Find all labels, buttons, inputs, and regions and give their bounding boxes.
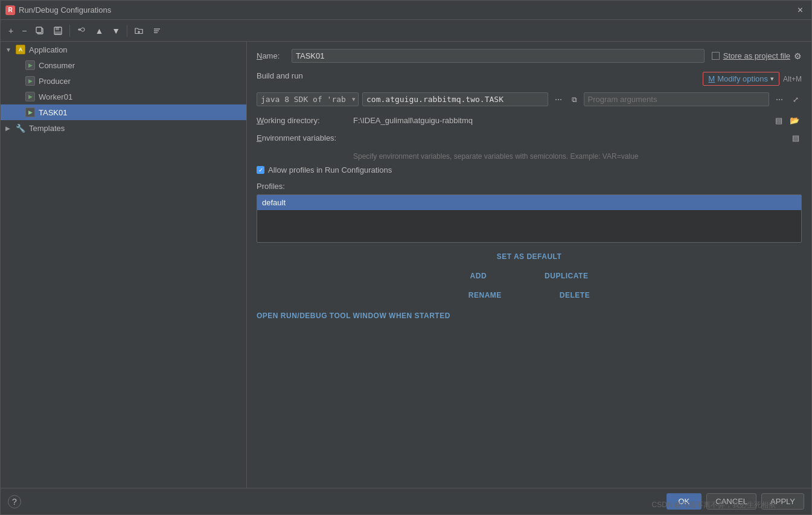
allow-profiles-checkbox[interactable]: ✓ <box>257 166 264 174</box>
folder-button[interactable] <box>131 24 147 37</box>
duplicate-profile-button[interactable]: DUPLICATE <box>540 269 593 283</box>
save-icon <box>53 26 63 36</box>
sort-icon <box>152 26 162 36</box>
working-dir-row: Working directory: F:\IDEA_gulimall\atgu… <box>257 115 802 126</box>
build-run-header: Build and run MModify options ▾ Alt+M <box>257 71 802 86</box>
main-content: ▼ A Application ▶ Consumer ▶ Pro <box>1 42 811 488</box>
app-icon: R <box>5 5 15 15</box>
env-vars-browse-button[interactable]: ▤ <box>790 132 802 144</box>
sidebar-item-templates[interactable]: ▶ 🔧 Templates <box>1 120 246 136</box>
up-button[interactable]: ▲ <box>92 24 106 37</box>
svg-rect-3 <box>56 27 59 30</box>
save-config-button[interactable] <box>50 24 66 37</box>
store-gear-icon[interactable]: ⚙ <box>794 51 802 61</box>
add-config-button[interactable]: + <box>5 24 16 37</box>
modify-options-area: MModify options ▾ Alt+M <box>703 72 802 86</box>
open-file-button[interactable]: ⧉ <box>569 94 580 106</box>
left-panel: ▼ A Application ▶ Consumer ▶ Pro <box>1 42 247 488</box>
working-dir-value: F:\IDEA_gulimall\atguigu-rabbitmq <box>353 116 773 125</box>
store-project-row: Store as project file ⚙ <box>712 51 802 61</box>
expand-arrow: ▼ <box>5 46 15 53</box>
main-class-input[interactable] <box>362 92 548 106</box>
toolbar-divider2 <box>127 25 127 37</box>
sort-button[interactable] <box>149 24 165 37</box>
buttons-area: SET AS DEFAULT ADD DUPLICATE RENAME DELE… <box>257 250 802 302</box>
name-input[interactable] <box>292 49 705 63</box>
toolbar-divider <box>69 25 70 37</box>
window-title: Run/Debug Configurations <box>19 5 794 14</box>
set-default-row: SET AS DEFAULT <box>257 250 802 263</box>
name-row: Name: Store as project file ⚙ <box>257 49 802 63</box>
profile-default[interactable]: default <box>257 195 801 210</box>
sdk-select-wrapper: java 8 SDK of 'rab <box>257 92 359 106</box>
copy-icon <box>35 26 45 36</box>
env-vars-row: Environment variables: ▤ <box>257 132 802 144</box>
program-args-input[interactable] <box>584 92 770 106</box>
remove-config-button[interactable]: − <box>19 24 30 37</box>
modify-shortcut-label: Alt+M <box>783 75 802 83</box>
folder-icon <box>134 26 144 36</box>
store-as-project-label[interactable]: Store as project file <box>723 51 790 60</box>
templates-arrow: ▶ <box>5 125 15 132</box>
ok-button[interactable]: OK <box>667 493 702 510</box>
profiles-list: default <box>257 194 802 243</box>
profile-empty <box>257 210 801 216</box>
cancel-button[interactable]: CANCEL <box>706 493 756 510</box>
sidebar-item-task01[interactable]: ▶ TASK01 <box>1 104 246 120</box>
bottom-left: ? <box>8 495 21 508</box>
wrench-icon <box>77 26 86 36</box>
sidebar-item-application[interactable]: ▼ A Application <box>1 42 246 57</box>
env-vars-hint: Specify environment variables, separate … <box>257 150 802 165</box>
delete-profile-button[interactable]: DELETE <box>555 289 595 302</box>
consumer-run-icon: ▶ <box>25 60 36 71</box>
allow-profiles-row: ✓ Allow profiles in Run Configurations <box>257 165 802 174</box>
expand-args-button[interactable]: ⤢ <box>790 94 802 106</box>
sdk-select[interactable]: java 8 SDK of 'rab <box>257 92 359 106</box>
worker01-label: Worker01 <box>39 92 241 101</box>
browse-args-button[interactable]: ⋯ <box>773 94 786 106</box>
application-label: Application <box>29 45 241 54</box>
templates-label: Templates <box>29 124 241 133</box>
sidebar-item-worker01[interactable]: ▶ Worker01 <box>1 89 246 104</box>
copy-config-button[interactable] <box>32 24 48 37</box>
svg-rect-1 <box>36 27 42 33</box>
add-duplicate-row: ADD DUPLICATE <box>257 269 802 283</box>
sidebar-item-consumer[interactable]: ▶ Consumer <box>1 57 246 73</box>
svg-rect-4 <box>55 31 61 34</box>
close-button[interactable]: × <box>794 4 807 17</box>
down-button[interactable]: ▼ <box>109 24 123 37</box>
build-run-row: java 8 SDK of 'rab ⋯ ⧉ ⋯ ⤢ <box>257 92 802 106</box>
rename-delete-row: RENAME DELETE <box>257 289 802 302</box>
open-tool-window-button[interactable]: OPEN RUN/DEBUG TOOL WINDOW WHEN STARTED <box>257 312 802 320</box>
profiles-label: Profiles: <box>257 182 802 191</box>
templates-icon: 🔧 <box>15 123 26 133</box>
name-field-label: Name: <box>257 51 287 60</box>
build-run-title: Build and run <box>257 71 303 80</box>
store-as-project-checkbox[interactable] <box>712 52 720 60</box>
wrench-button[interactable] <box>74 24 89 37</box>
add-profile-button[interactable]: ADD <box>465 269 492 283</box>
task01-label: TASK01 <box>39 108 241 117</box>
producer-label: Producer <box>39 77 241 86</box>
set-as-default-button[interactable]: SET AS DEFAULT <box>492 250 567 263</box>
working-dir-open-button[interactable]: 📂 <box>787 115 802 126</box>
bottom-bar: ? OK CANCEL APPLY <box>1 488 811 514</box>
worker01-run-icon: ▶ <box>25 91 36 102</box>
help-button[interactable]: ? <box>8 495 21 508</box>
sidebar-item-producer[interactable]: ▶ Producer <box>1 73 246 89</box>
application-icon: A <box>15 44 26 55</box>
title-bar: R Run/Debug Configurations × <box>1 1 811 20</box>
browse-main-class-button[interactable]: ⋯ <box>552 94 565 106</box>
toolbar: + − ▲ ▼ <box>1 20 811 42</box>
consumer-label: Consumer <box>39 61 241 70</box>
task01-run-icon: ▶ <box>25 107 36 118</box>
producer-run-icon: ▶ <box>25 75 36 86</box>
env-vars-actions: ▤ <box>790 132 802 144</box>
modify-options-button[interactable]: MModify options ▾ <box>703 72 779 86</box>
working-dir-actions: ▤ 📂 <box>773 115 802 126</box>
allow-profiles-label: Allow profiles in Run Configurations <box>268 165 392 174</box>
rename-profile-button[interactable]: RENAME <box>464 289 507 302</box>
apply-button[interactable]: APPLY <box>761 493 804 510</box>
working-dir-browse-button[interactable]: ▤ <box>773 115 785 126</box>
right-panel: Name: Store as project file ⚙ Build and … <box>247 42 811 488</box>
